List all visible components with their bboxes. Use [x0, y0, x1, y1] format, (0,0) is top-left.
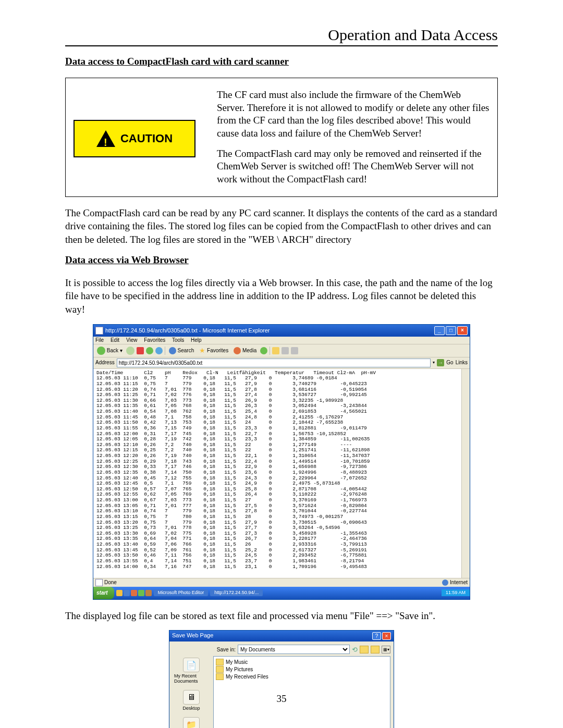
- web-body-text: It is possible to access the log files d…: [65, 276, 498, 316]
- folder-item[interactable]: My Pictures: [216, 666, 388, 673]
- system-tray[interactable]: 11:59 AM: [442, 589, 470, 596]
- savein-label: Save in:: [212, 647, 236, 652]
- go-label: Go: [446, 360, 453, 365]
- caution-text-2: The CompactFlash card may only be remove…: [217, 147, 489, 186]
- ie-titlebar: http://172.24.50.94/arch/0305a00.txt - M…: [93, 325, 470, 337]
- ie-toolbar: Back ▾ Search ★ Favorites Media: [93, 344, 470, 357]
- help-button[interactable]: ?: [372, 632, 381, 640]
- menu-favorites[interactable]: Favorites: [144, 337, 165, 343]
- minimize-button[interactable]: _: [434, 326, 445, 335]
- zone-icon: [442, 579, 448, 586]
- save-title-text: Save Web Page: [172, 632, 372, 640]
- print-button[interactable]: [282, 347, 289, 354]
- menu-view[interactable]: View: [126, 337, 138, 343]
- save-description: The displayed log file can be stored as …: [65, 609, 498, 623]
- menu-edit[interactable]: Edit: [111, 337, 119, 343]
- ie-status-bar: Done Internet: [93, 578, 470, 587]
- places-sidebar: 📄My Recent Documents 🖥Desktop 📁My Docume…: [173, 656, 210, 728]
- status-icon: [95, 579, 103, 586]
- menu-file[interactable]: File: [95, 337, 104, 343]
- ie-title-text: http://172.24.50.94/arch/0305a00.txt - M…: [105, 328, 433, 334]
- ie-window: http://172.24.50.94/arch/0305a00.txt - M…: [93, 324, 470, 600]
- back-button[interactable]: Back ▾: [95, 346, 124, 355]
- menu-tools[interactable]: Tools: [172, 337, 184, 343]
- file-list[interactable]: My Music My Pictures My Received Files: [213, 656, 390, 728]
- edit-button[interactable]: [291, 347, 298, 354]
- log-data-rows: 12.05.03 11:10 0,75 7 779 0,18 11,5 27,9…: [96, 375, 370, 569]
- place-recent[interactable]: 📄My Recent Documents: [173, 656, 210, 685]
- back-nav-icon[interactable]: ⟲: [352, 646, 358, 653]
- ie-content-area: Date/Time Cl2 pH Redox Cl-N Leitfähigkei…: [93, 369, 470, 578]
- status-text: Done: [104, 580, 442, 585]
- home-button[interactable]: [155, 347, 163, 354]
- mail-button[interactable]: [272, 347, 279, 354]
- savein-select[interactable]: My Documents: [238, 645, 350, 654]
- log-headers: Date/Time Cl2 pH Redox Cl-N Leitfähigkei…: [96, 370, 376, 376]
- start-button[interactable]: start: [93, 587, 114, 599]
- taskbar-item-ie[interactable]: http://172.24.50.94/...: [210, 589, 263, 596]
- address-input[interactable]: [117, 359, 431, 367]
- page-header: Operation and Data Access: [65, 26, 498, 46]
- menu-help[interactable]: Help: [191, 337, 202, 343]
- go-button[interactable]: →: [437, 359, 444, 366]
- media-button[interactable]: Media: [232, 347, 258, 355]
- refresh-button[interactable]: [146, 347, 153, 354]
- up-folder-icon[interactable]: [360, 646, 369, 653]
- stop-button[interactable]: [137, 347, 144, 354]
- maximize-button[interactable]: □: [446, 326, 456, 335]
- search-button[interactable]: Search: [167, 347, 195, 355]
- ie-page-icon: [95, 327, 103, 335]
- section-web-title: Data access via Web Browser: [65, 254, 498, 266]
- section-cf-title: Data access to CompactFlash card with ca…: [65, 56, 498, 67]
- warning-triangle-icon: [96, 130, 115, 147]
- ie-menubar: File Edit View Favorites Tools Help: [93, 337, 470, 344]
- folder-item[interactable]: My Received Files: [216, 673, 388, 680]
- save-titlebar: Save Web Page ? ×: [169, 631, 394, 641]
- caution-box: CAUTION The CF card must also include th…: [65, 78, 498, 197]
- links-label[interactable]: Links: [456, 360, 468, 365]
- ql-icon[interactable]: [124, 590, 130, 596]
- caution-text-1: The CF card must also include the firmwa…: [217, 89, 489, 140]
- save-dialog: Save Web Page ? × Save in: My Documents …: [169, 630, 394, 728]
- ql-icon[interactable]: [131, 590, 137, 596]
- taskbar-item-photo[interactable]: Microsoft Photo Editor: [154, 589, 209, 596]
- forward-button[interactable]: [126, 347, 134, 355]
- zone-text: Internet: [450, 580, 468, 585]
- new-folder-icon[interactable]: [371, 646, 380, 653]
- cf-body-text: The CompactFlash card can be read by any…: [65, 206, 498, 246]
- place-mydocs[interactable]: 📁My Documents: [173, 715, 210, 728]
- close-button[interactable]: ×: [457, 326, 468, 335]
- save-close-button[interactable]: ×: [382, 632, 391, 640]
- favorites-button[interactable]: ★ Favorites: [198, 347, 230, 354]
- caution-sign: CAUTION: [74, 120, 195, 157]
- ie-address-bar: Address ▾ →Go Links: [93, 357, 470, 369]
- page-number: 35: [0, 693, 563, 705]
- scrollbar[interactable]: [461, 369, 470, 578]
- ql-icon[interactable]: [138, 590, 144, 596]
- history-button[interactable]: [260, 347, 267, 354]
- caution-label: CAUTION: [120, 131, 173, 146]
- view-menu-icon[interactable]: ▦▾: [382, 646, 390, 653]
- ql-icon[interactable]: [116, 590, 123, 596]
- folder-item[interactable]: My Music: [216, 659, 388, 665]
- taskbar: start Microsoft Photo Editor http://172.…: [93, 587, 470, 599]
- ql-icon[interactable]: [145, 590, 152, 596]
- address-label: Address: [95, 360, 115, 365]
